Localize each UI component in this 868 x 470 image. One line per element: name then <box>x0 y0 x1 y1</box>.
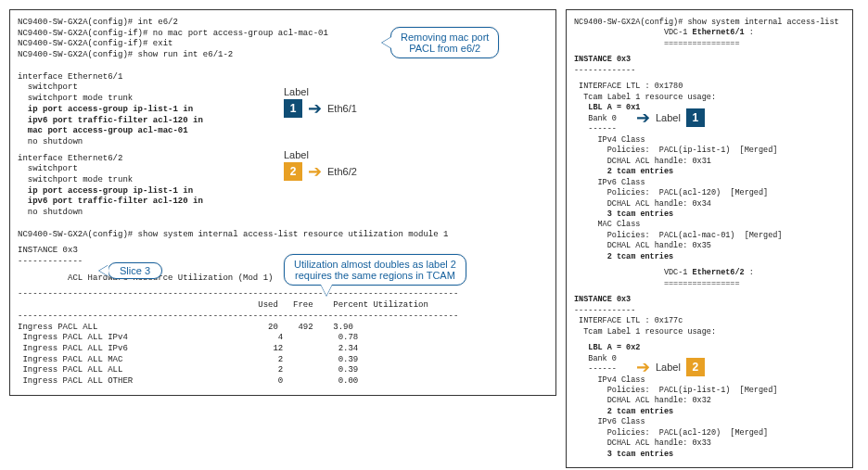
table-title: ACL Hardware Resource Utilization (Mod 1… <box>18 273 548 285</box>
entries-line: 2 tcam entries <box>574 252 845 262</box>
callout-slice3: Slice 3 <box>108 262 162 279</box>
rule-line: ================ <box>574 279 845 289</box>
class-line: IPv6 Class <box>574 417 845 427</box>
handle-line: DCHAL ACL handle: 0x32 <box>574 396 845 406</box>
cli-line: NC9400-SW-GX2A(config)# show system inte… <box>574 18 845 28</box>
lbl-line: LBL A = 0x2 <box>574 343 845 353</box>
bank-line: Bank 0 <box>574 354 845 364</box>
right-label2-group: ➔ Label 2 <box>636 358 705 376</box>
if1-line: switchport mode trunk <box>18 94 548 105</box>
instance-line: INSTANCE 0x3 <box>574 55 845 65</box>
rule-line: ----------------------------------------… <box>18 289 548 300</box>
class-line: IPv6 Class <box>574 178 845 188</box>
policy-line: Policies: PACL(acl-120) [Merged] <box>574 188 845 198</box>
policy-line: Policies: PACL(ip-list-1) [Merged] <box>574 386 845 396</box>
tcam-line: Tcam Label 1 resource usage: <box>574 327 845 337</box>
if1-line: ipv6 port traffic-filter acl-120 in <box>18 116 548 127</box>
table-row: Ingress PACL ALL MAC 2 0.39 <box>18 355 548 366</box>
entries-line: 3 tcam entries <box>574 210 845 220</box>
table-row: Ingress PACL ALL ALL 2 0.39 <box>18 365 548 376</box>
lbl-line: LBL A = 0x1 <box>574 103 845 113</box>
if1-line: no shutdown <box>18 137 548 148</box>
handle-line: DCHAL ACL handle: 0x34 <box>574 199 845 210</box>
ltl-line: INTERFACE LTL : 0x177c <box>574 316 845 326</box>
class-line: IPv4 Class <box>574 375 845 386</box>
table-header: Used Free Percent Utilization <box>18 300 548 311</box>
callout-text: Removing mac port <box>401 32 489 43</box>
callout-text: Utilization almost doubles as label 2 <box>294 259 456 270</box>
right-label1-group: ➔ Label 1 <box>636 108 705 127</box>
handle-line: DCHAL ACL handle: 0x33 <box>574 438 845 449</box>
badge-2: 2 <box>686 358 705 376</box>
callout-text: requires the same regions in TCAM <box>295 270 455 281</box>
entries-line: 3 tcam entries <box>574 450 845 460</box>
if2-line: switchport <box>18 164 548 175</box>
table-row: Ingress PACL ALL 20 492 3.90 <box>18 323 548 334</box>
label1-group: Label 1 ➔ Eth6/1 <box>284 86 357 118</box>
instance-line: INSTANCE 0x3 <box>574 295 845 305</box>
if2-header: interface Ethernet6/2 <box>18 154 548 165</box>
if2-line: ipv6 port traffic-filter acl-120 in <box>18 197 548 208</box>
arrow-right-icon: ➔ <box>308 163 322 180</box>
badge-1: 1 <box>284 99 302 118</box>
if2-line: no shutdown <box>18 208 548 219</box>
dash-line: ------ <box>574 364 845 375</box>
table-row: Ingress PACL ALL IPv4 4 0.78 <box>18 333 548 344</box>
label-word: Label <box>656 362 681 373</box>
if2-line: switchport mode trunk <box>18 175 548 186</box>
rule-line: ================ <box>574 39 845 49</box>
policy-line: Policies: PACL(acl-mac-01) [Merged] <box>574 231 845 241</box>
if1-header: interface Ethernet6/1 <box>18 72 548 83</box>
dash-line: ------ <box>574 124 845 134</box>
label2-group: Label 2 ➔ Eth6/2 <box>284 149 357 181</box>
dash-line: ------------- <box>574 306 845 316</box>
label-word: Label <box>284 149 309 160</box>
handle-line: DCHAL ACL handle: 0x35 <box>574 241 845 251</box>
if1-line: mac port access-group acl-mac-01 <box>18 126 548 137</box>
dash-line: ------------- <box>574 66 845 76</box>
handle-line: DCHAL ACL handle: 0x31 <box>574 157 845 167</box>
callout-remove-pacl: Removing mac port PACL from e6/2 <box>390 27 499 58</box>
table-row: Ingress PACL ALL IPv6 12 2.34 <box>18 344 548 355</box>
class-line: IPv4 Class <box>574 135 845 146</box>
tcam-line: Tcam Label 1 resource usage: <box>574 93 845 103</box>
ltl-line: INTERFACE LTL : 0x1780 <box>574 82 845 92</box>
left-panel: NC9400-SW-GX2A(config)# int e6/2 NC9400-… <box>9 9 556 396</box>
eth-label: Eth6/2 <box>327 166 357 177</box>
hdr-line: VDC-1 Ethernet6/1 : <box>574 28 845 38</box>
arrow-right-icon: ➔ <box>636 359 650 375</box>
callout-text: PACL from e6/2 <box>409 43 480 54</box>
dash-line: ------------- <box>18 257 548 268</box>
label-word: Label <box>284 86 309 97</box>
badge-2: 2 <box>284 162 302 181</box>
right-panel: NC9400-SW-GX2A(config)# show system inte… <box>566 9 853 468</box>
policy-line: Policies: PACL(acl-120) [Merged] <box>574 428 845 438</box>
callout-utilization: Utilization almost doubles as label 2 re… <box>284 254 466 286</box>
arrow-right-icon: ➔ <box>308 100 322 117</box>
entries-line: 2 tcam entries <box>574 167 845 177</box>
show-cmd: NC9400-SW-GX2A(config)# show system inte… <box>18 230 548 241</box>
hdr-line: VDC-1 Ethernet6/2 : <box>574 268 845 278</box>
policy-line: Policies: PACL(ip-list-1) [Merged] <box>574 146 845 156</box>
arrow-right-icon: ➔ <box>636 109 650 126</box>
entries-line: 2 tcam entries <box>574 407 845 417</box>
rule-line: ----------------------------------------… <box>18 311 548 323</box>
bank-line: Bank 0 <box>574 114 845 124</box>
instance-line: INSTANCE 0x3 <box>18 246 548 257</box>
callout-text: Slice 3 <box>120 265 150 276</box>
label-word: Label <box>656 112 681 123</box>
eth-label: Eth6/1 <box>327 103 357 114</box>
class-line: MAC Class <box>574 220 845 230</box>
if2-line: ip port access-group ip-list-1 in <box>18 186 548 197</box>
badge-1: 1 <box>686 108 705 127</box>
if1-line: switchport <box>18 83 548 94</box>
if1-line: ip port access-group ip-list-1 in <box>18 105 548 116</box>
table-row: Ingress PACL ALL OTHER 0 0.00 <box>18 376 548 387</box>
